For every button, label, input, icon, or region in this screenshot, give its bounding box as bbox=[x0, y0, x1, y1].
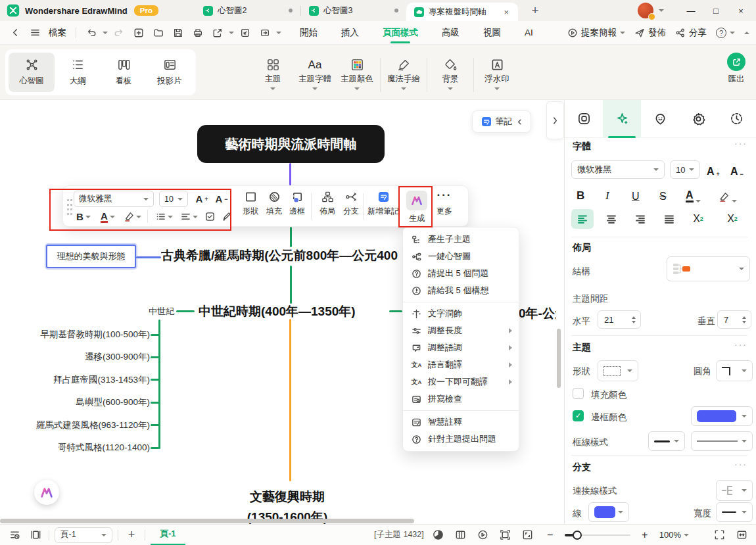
subtopic-gothic[interactable]: 哥特式風格(1120-1400) bbox=[0, 442, 150, 454]
bold-button[interactable]: B bbox=[74, 208, 93, 225]
vertical-scrollbar[interactable] bbox=[557, 329, 561, 388]
menu-ask-about-topic[interactable]: 針對主題提出問題 bbox=[403, 431, 519, 448]
ai-assistant-fab[interactable] bbox=[34, 480, 59, 505]
align-center-button[interactable] bbox=[600, 209, 623, 229]
zoom-level[interactable]: 100% bbox=[659, 530, 689, 540]
menu-translate[interactable]: 文A 語言翻譯 bbox=[403, 356, 519, 373]
tab-ai[interactable]: AI bbox=[525, 21, 533, 45]
branch-medieval-topic[interactable]: 中世紀時期(400年—1350年) bbox=[199, 303, 356, 320]
pro-badge[interactable]: Pro bbox=[134, 5, 158, 16]
new-document-button[interactable] bbox=[130, 24, 147, 41]
more-tools-chevron-icon[interactable] bbox=[276, 32, 281, 34]
menu-adjust-tone[interactable]: 調整語調 bbox=[403, 339, 519, 356]
new-tab-button[interactable]: + bbox=[527, 3, 543, 18]
save-button[interactable] bbox=[170, 24, 187, 41]
mode-outline[interactable]: 大綱 bbox=[55, 53, 101, 92]
font-color-button[interactable]: A bbox=[97, 208, 118, 225]
topic-section-more[interactable]: ··· bbox=[734, 339, 747, 350]
outline-view-icon[interactable] bbox=[7, 527, 22, 543]
export-button[interactable]: 匯出 bbox=[727, 53, 745, 85]
branch-tool[interactable]: 分支 bbox=[339, 191, 363, 217]
help-button[interactable]: ? bbox=[716, 28, 735, 38]
mode-slides[interactable]: 投影片 bbox=[147, 53, 193, 92]
panel-font-size-select[interactable]: 10 bbox=[670, 160, 700, 179]
menu-give-5-ideas[interactable]: 請給我 5 個構想 bbox=[403, 282, 519, 299]
notes-button[interactable]: 筆記 bbox=[472, 110, 531, 133]
align-justify-button[interactable] bbox=[658, 209, 680, 229]
menu-adjust-length[interactable]: 調整長度 bbox=[403, 322, 519, 339]
tab-insert[interactable]: 插入 bbox=[341, 21, 359, 45]
subtopic-byzantine[interactable]: 拜占庭帝國(313-1453年) bbox=[0, 374, 150, 386]
fullscreen-expand-icon[interactable] bbox=[520, 527, 536, 543]
tab-history[interactable] bbox=[717, 100, 755, 138]
user-avatar[interactable] bbox=[638, 3, 653, 18]
background-button[interactable]: 背景 bbox=[431, 52, 469, 90]
layout-tool[interactable]: 佈局 bbox=[316, 191, 339, 217]
menu-one-click-mindmap[interactable]: 一鍵心智圖 bbox=[403, 248, 519, 265]
line-width-select[interactable] bbox=[716, 502, 753, 522]
font-increase-button[interactable]: A+ bbox=[193, 191, 210, 207]
pie-progress-icon[interactable] bbox=[431, 527, 446, 543]
zoom-out-button[interactable]: − bbox=[542, 527, 558, 543]
border-tool[interactable]: 邊框 bbox=[285, 191, 309, 217]
menu-generate-subtopics[interactable]: 產生子主題 bbox=[403, 231, 519, 248]
tab-sticker[interactable] bbox=[641, 100, 679, 138]
border-weight-select[interactable] bbox=[648, 431, 685, 451]
minimize-button[interactable]: — bbox=[681, 3, 701, 18]
doc-tab-mindmap2[interactable]: 心智圖2 bbox=[195, 0, 300, 21]
panel-italic-button[interactable]: I bbox=[605, 185, 609, 202]
menu-ask-5-questions[interactable]: 請提出 5 個問題 bbox=[403, 265, 519, 282]
central-topic-node[interactable]: 藝術時期與流派時間軸 bbox=[197, 125, 385, 163]
border-color-select[interactable] bbox=[691, 406, 753, 426]
panel-font-color-button[interactable]: A bbox=[686, 185, 701, 202]
panel-strikethrough-button[interactable]: S bbox=[659, 185, 667, 202]
subtopic-migration[interactable]: 遷移(300-900年) bbox=[0, 351, 150, 363]
panel-bold-button[interactable]: B bbox=[577, 185, 584, 202]
list-style-button[interactable] bbox=[154, 208, 175, 225]
file-menu[interactable]: 檔案 bbox=[46, 27, 69, 39]
branch-section-more[interactable]: ··· bbox=[734, 459, 747, 469]
collapse-ribbon-icon[interactable] bbox=[744, 32, 749, 34]
tab-view[interactable]: 視圖 bbox=[483, 21, 501, 45]
mindmap-canvas[interactable]: 藝術時期與流派時間軸 筆記 理想的美貌與形態 古典希臘/羅馬時期(公元前800年… bbox=[0, 100, 564, 524]
panel-font-increase[interactable]: A+ bbox=[707, 160, 720, 178]
more-tool[interactable]: ··· 更多 bbox=[433, 191, 456, 217]
undo-history-chevron-icon[interactable] bbox=[103, 32, 108, 34]
page-tab[interactable]: 頁-1 bbox=[151, 525, 185, 545]
zoom-in-button[interactable]: + bbox=[637, 527, 653, 543]
export-chevron-icon[interactable] bbox=[229, 32, 234, 34]
border-dash-select[interactable] bbox=[691, 431, 753, 451]
zoom-slider-knob[interactable] bbox=[573, 531, 582, 540]
tab-topic-style[interactable] bbox=[565, 100, 603, 138]
branch-fragment-topic[interactable]: 0年-公元4 bbox=[519, 305, 556, 322]
highlight-color-button[interactable] bbox=[122, 208, 143, 225]
ai-generate-tool[interactable]: 生成 bbox=[405, 191, 429, 224]
tab-start[interactable]: 開始 bbox=[300, 21, 318, 45]
theme-color-button[interactable]: 主題顏色 bbox=[338, 52, 376, 90]
mode-mindmap[interactable]: 心智圖 bbox=[9, 53, 55, 92]
print-button[interactable] bbox=[189, 24, 206, 41]
superscript-button[interactable]: X2 bbox=[687, 209, 709, 229]
align-right-button[interactable] bbox=[629, 209, 651, 229]
fill-color-checkbox[interactable] bbox=[573, 388, 584, 399]
open-file-button[interactable] bbox=[150, 24, 167, 41]
menu-spell-check[interactable]: 拼寫檢查 bbox=[403, 391, 519, 408]
horizontal-scrollbar[interactable] bbox=[0, 519, 414, 523]
share-button[interactable]: 分享 bbox=[675, 27, 707, 39]
font-decrease-button[interactable]: A− bbox=[213, 191, 230, 207]
tab-decoration[interactable] bbox=[679, 100, 717, 138]
line-color-select[interactable] bbox=[588, 502, 629, 522]
panel-collapse-handle[interactable] bbox=[546, 101, 564, 139]
maximize-button[interactable]: □ bbox=[706, 3, 726, 18]
vertical-spacing-stepper[interactable]: 7 bbox=[717, 310, 751, 329]
back-button[interactable] bbox=[7, 24, 24, 41]
menu-polish-text[interactable]: 文字潤飾 bbox=[403, 305, 519, 322]
tab-page-style[interactable]: 頁面樣式 bbox=[383, 21, 418, 45]
tab-advanced[interactable]: 高級 bbox=[442, 21, 460, 45]
font-section-more[interactable]: ··· bbox=[734, 138, 747, 149]
import-button[interactable] bbox=[237, 24, 254, 41]
fill-tool[interactable]: 填充 bbox=[262, 191, 286, 217]
panel-font-decrease[interactable]: A− bbox=[730, 160, 744, 178]
add-page-button[interactable]: + bbox=[124, 527, 139, 543]
panel-highlight-button[interactable] bbox=[719, 185, 737, 202]
